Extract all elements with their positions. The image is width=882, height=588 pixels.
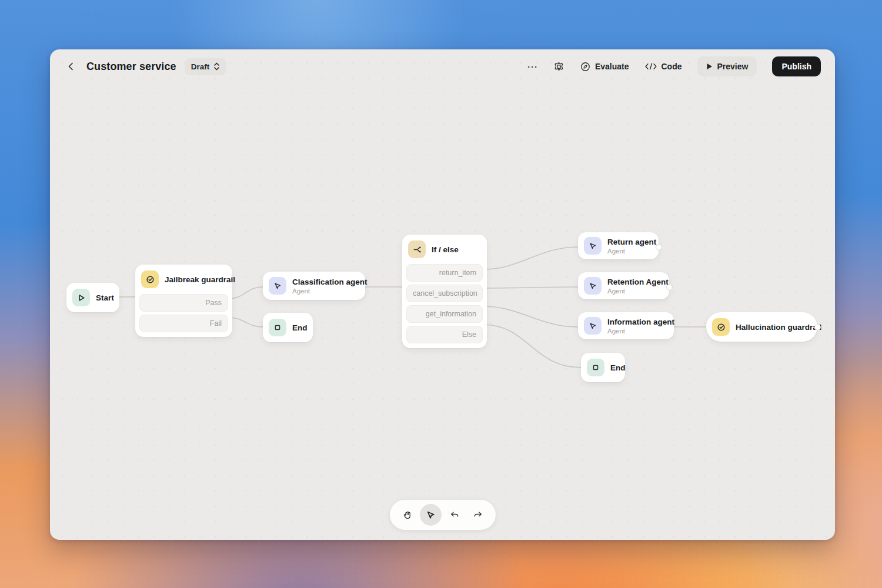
- app-window: Customer service Draft ···: [50, 49, 835, 540]
- node-classification-agent[interactable]: Classification agent Agent: [263, 272, 365, 300]
- preview-button[interactable]: Preview: [697, 56, 757, 76]
- guardrail-shield-icon: [712, 318, 730, 336]
- agent-cursor-icon: [584, 237, 602, 255]
- node-title: Classification agent: [292, 278, 368, 286]
- status-label: Draft: [191, 62, 210, 71]
- node-return-agent[interactable]: Return agent Agent: [578, 232, 659, 259]
- hand-icon: [402, 510, 413, 520]
- node-subtitle: Agent: [607, 248, 656, 255]
- canvas-toolbar: [390, 500, 496, 530]
- gear-icon: [553, 61, 564, 72]
- workflow-title: Customer service: [86, 61, 176, 73]
- guardrail-shield-icon: [141, 270, 159, 288]
- node-hallucination-guardrail[interactable]: Hallucination guardrail: [706, 312, 817, 342]
- code-label: Code: [662, 62, 682, 71]
- connection-handle[interactable]: [656, 244, 662, 250]
- node-jailbreak-guardrail[interactable]: Jailbreak guardrail Pass Fail: [135, 265, 232, 337]
- branch-cancel-subscription[interactable]: cancel_subscription: [406, 285, 483, 302]
- code-button[interactable]: Code: [644, 62, 682, 71]
- settings-button[interactable]: [553, 61, 564, 72]
- branch-else[interactable]: Else: [406, 326, 483, 343]
- end-stop-icon: [587, 359, 604, 376]
- node-if-else[interactable]: If / else return_item cancel_subscriptio…: [402, 235, 487, 348]
- undo-icon: [449, 510, 460, 520]
- end-stop-icon: [269, 319, 286, 336]
- connection-handle[interactable]: [666, 284, 673, 290]
- node-retention-agent[interactable]: Retention Agent Agent: [578, 272, 669, 299]
- node-start[interactable]: Start: [66, 283, 119, 312]
- top-bar: Customer service Draft ···: [50, 49, 835, 83]
- publish-button[interactable]: Publish: [772, 56, 821, 76]
- node-title: End: [610, 363, 626, 372]
- node-subtitle: Agent: [607, 328, 674, 335]
- branch-pass[interactable]: Pass: [139, 294, 228, 312]
- more-label: ···: [527, 62, 538, 72]
- chevron-updown-icon: [213, 62, 220, 71]
- pan-tool-button[interactable]: [396, 504, 418, 526]
- node-information-agent[interactable]: Information agent Agent: [578, 312, 674, 339]
- select-tool-button[interactable]: [420, 504, 442, 526]
- more-menu-button[interactable]: ···: [527, 62, 538, 72]
- start-play-icon: [72, 289, 90, 306]
- node-title: Return agent: [607, 238, 656, 246]
- node-subtitle: Agent: [292, 288, 368, 295]
- agent-cursor-icon: [269, 277, 286, 295]
- agent-cursor-icon: [584, 317, 602, 335]
- node-title: End: [292, 323, 308, 332]
- status-dropdown[interactable]: Draft: [185, 58, 227, 75]
- publish-label: Publish: [781, 62, 811, 71]
- play-icon: [706, 63, 713, 70]
- node-end-1[interactable]: End: [263, 313, 313, 342]
- back-button[interactable]: [64, 59, 78, 74]
- node-title: Retention Agent: [607, 278, 669, 286]
- node-end-2[interactable]: End: [581, 353, 625, 382]
- redo-icon: [473, 510, 483, 520]
- node-title: Start: [96, 293, 114, 302]
- branch-split-icon: [408, 240, 426, 258]
- evaluate-icon: [580, 61, 591, 72]
- code-icon: [644, 62, 657, 71]
- node-title: Information agent: [607, 318, 674, 326]
- branch-fail[interactable]: Fail: [139, 315, 228, 332]
- node-title: Jailbreak guardrail: [165, 275, 235, 284]
- preview-label: Preview: [717, 62, 749, 71]
- branch-get-information[interactable]: get_information: [406, 305, 483, 323]
- evaluate-button[interactable]: Evaluate: [580, 61, 629, 72]
- node-title: If / else: [432, 245, 459, 254]
- redo-button[interactable]: [467, 504, 489, 526]
- agent-cursor-icon: [584, 277, 602, 295]
- branch-return-item[interactable]: return_item: [406, 264, 483, 282]
- cursor-icon: [426, 510, 436, 520]
- evaluate-label: Evaluate: [595, 62, 629, 71]
- connection-handle[interactable]: [814, 324, 821, 330]
- node-subtitle: Agent: [607, 288, 669, 295]
- node-title: Hallucination guardrail: [736, 323, 821, 332]
- undo-button[interactable]: [443, 504, 465, 526]
